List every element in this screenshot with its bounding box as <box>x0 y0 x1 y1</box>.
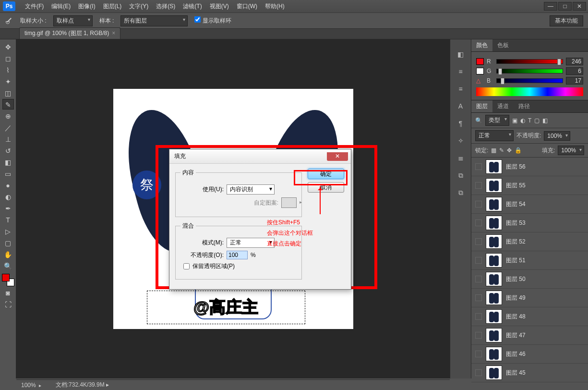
tab-channels[interactable]: 通道 <box>492 100 514 112</box>
layer-opacity-select[interactable]: 100% <box>544 131 570 141</box>
layer-row[interactable]: 图层 55 <box>471 176 588 195</box>
opacity-input[interactable] <box>227 251 248 259</box>
filter-select[interactable]: 类型 <box>485 115 509 126</box>
layer-row[interactable]: 图层 50 <box>471 270 588 289</box>
g-value[interactable]: 6 <box>566 67 583 75</box>
layer-row[interactable]: 图层 48 <box>471 307 588 326</box>
lock-move-icon[interactable]: ✥ <box>507 147 512 154</box>
sample-select[interactable]: 所有图层 <box>120 15 188 26</box>
visibility-toggle[interactable] <box>475 369 482 376</box>
blur-tool[interactable]: ● <box>2 180 14 190</box>
lock-pixels-icon[interactable]: ▦ <box>491 147 496 154</box>
layer-row[interactable]: 图层 56 <box>471 158 588 176</box>
layer-row[interactable]: 图层 47 <box>471 326 588 345</box>
menu-item[interactable]: 编辑(E) <box>48 1 74 12</box>
g-slider[interactable] <box>496 69 563 73</box>
pen-tool[interactable]: ✒ <box>2 203 14 213</box>
filter-icon[interactable]: 🔍 <box>475 117 482 124</box>
filter-shape-icon[interactable]: ▢ <box>534 117 540 124</box>
dodge-tool[interactable]: ◐ <box>2 191 14 202</box>
visibility-toggle[interactable] <box>475 219 482 226</box>
close-button[interactable]: ✕ <box>573 2 586 11</box>
eraser-tool[interactable]: ◧ <box>2 157 14 167</box>
visibility-toggle[interactable] <box>475 238 482 245</box>
fg-bg-swatches[interactable] <box>2 274 14 286</box>
bg-swatch[interactable] <box>476 68 484 74</box>
filter-smart-icon[interactable]: ◧ <box>542 117 548 124</box>
panel-icon[interactable]: ≡ <box>456 84 466 94</box>
show-ring-checkbox[interactable]: 显示取样环 <box>194 16 231 25</box>
visibility-toggle[interactable] <box>475 313 482 320</box>
r-slider[interactable] <box>496 59 563 64</box>
visibility-toggle[interactable] <box>475 257 482 264</box>
visibility-toggle[interactable] <box>475 332 482 339</box>
visibility-toggle[interactable] <box>475 294 482 301</box>
zoom-level[interactable]: 100% <box>21 382 41 389</box>
panel-icon[interactable]: ✧ <box>456 135 466 146</box>
b-slider[interactable] <box>496 78 563 83</box>
move-tool[interactable]: ✥ <box>2 41 14 52</box>
wand-tool[interactable]: ✦ <box>2 76 14 86</box>
panel-icon[interactable]: ⧉ <box>456 170 466 181</box>
stamp-tool[interactable]: ⊥ <box>2 134 14 144</box>
filter-type-icon[interactable]: T <box>528 117 531 124</box>
healing-tool[interactable]: ⊕ <box>2 110 14 121</box>
menu-item[interactable]: 窗口(W) <box>233 1 261 12</box>
maximize-button[interactable]: □ <box>558 2 572 11</box>
visibility-toggle[interactable] <box>475 163 482 170</box>
dialog-titlebar[interactable]: 填充 ✕ <box>169 149 351 164</box>
sample-size-select[interactable]: 取样点 <box>53 15 93 26</box>
spectrum-bar[interactable] <box>476 87 583 96</box>
minimize-button[interactable]: — <box>544 2 557 11</box>
tab-swatches[interactable]: 色板 <box>492 39 514 51</box>
path-select-tool[interactable]: ▷ <box>2 226 14 236</box>
pattern-picker[interactable] <box>281 197 297 208</box>
layer-row[interactable]: 图层 54 <box>471 195 588 214</box>
shape-tool[interactable]: ▢ <box>2 237 14 248</box>
tab-color[interactable]: 颜色 <box>471 39 492 51</box>
tab-paths[interactable]: 路径 <box>514 100 535 112</box>
layer-row[interactable]: 图层 52 <box>471 232 588 251</box>
menu-item[interactable]: 文字(Y) <box>125 1 152 12</box>
layer-row[interactable]: 图层 45 <box>471 364 588 382</box>
dialog-close-button[interactable]: ✕ <box>327 152 348 161</box>
quickmask-tool[interactable]: ◙ <box>2 287 14 298</box>
crop-tool[interactable]: ◫ <box>2 87 14 98</box>
zoom-tool[interactable]: 🔍 <box>2 260 14 271</box>
visibility-toggle[interactable] <box>475 276 482 282</box>
panel-icon[interactable]: ¶ <box>456 118 466 129</box>
layer-row[interactable]: 图层 53 <box>471 214 588 232</box>
use-select[interactable]: 内容识别 <box>227 184 275 195</box>
document-tab[interactable]: timg.gif @ 100% (图层 1, RGB/8)× <box>19 27 120 39</box>
type-tool[interactable]: T <box>2 214 14 225</box>
menu-item[interactable]: 文件(F) <box>21 1 48 12</box>
layer-row[interactable]: 图层 49 <box>471 289 588 307</box>
menu-item[interactable]: 视图(V) <box>206 1 233 12</box>
preserve-transparency-checkbox[interactable] <box>183 263 190 269</box>
eyedropper-tool[interactable]: ✎ <box>2 99 14 110</box>
lock-brush-icon[interactable]: ✎ <box>499 147 504 154</box>
panel-icon[interactable]: ◧ <box>456 49 466 60</box>
brush-tool[interactable]: ／ <box>2 122 14 133</box>
filter-pixel-icon[interactable]: ▣ <box>512 117 517 124</box>
panel-icon[interactable]: ≡ <box>456 66 466 77</box>
screenmode-tool[interactable]: ⛶ <box>2 299 14 309</box>
doc-info[interactable]: 文档:732.4K/39.9M ▸ <box>56 381 109 389</box>
fg-swatch[interactable] <box>476 58 484 65</box>
menu-item[interactable]: 图像(I) <box>74 1 99 12</box>
filter-adjust-icon[interactable]: ◐ <box>520 117 525 124</box>
tab-layers[interactable]: 图层 <box>471 100 492 112</box>
menu-item[interactable]: 帮助(H) <box>261 1 288 12</box>
tab-close-icon[interactable]: × <box>112 30 115 37</box>
marquee-tool[interactable]: ◻ <box>2 53 14 63</box>
b-value[interactable]: 17 <box>566 77 583 85</box>
panel-icon[interactable]: ⧉ <box>456 187 466 198</box>
gradient-tool[interactable]: ▭ <box>2 168 14 179</box>
lasso-tool[interactable]: ⌇ <box>2 64 14 75</box>
menu-item[interactable]: 图层(L) <box>99 1 126 12</box>
hand-tool[interactable]: ✋ <box>2 249 14 259</box>
lock-all-icon[interactable]: 🔒 <box>515 147 522 154</box>
menu-item[interactable]: 滤镜(T) <box>179 1 205 12</box>
layer-row[interactable]: 图层 46 <box>471 345 588 364</box>
visibility-toggle[interactable] <box>475 351 482 357</box>
